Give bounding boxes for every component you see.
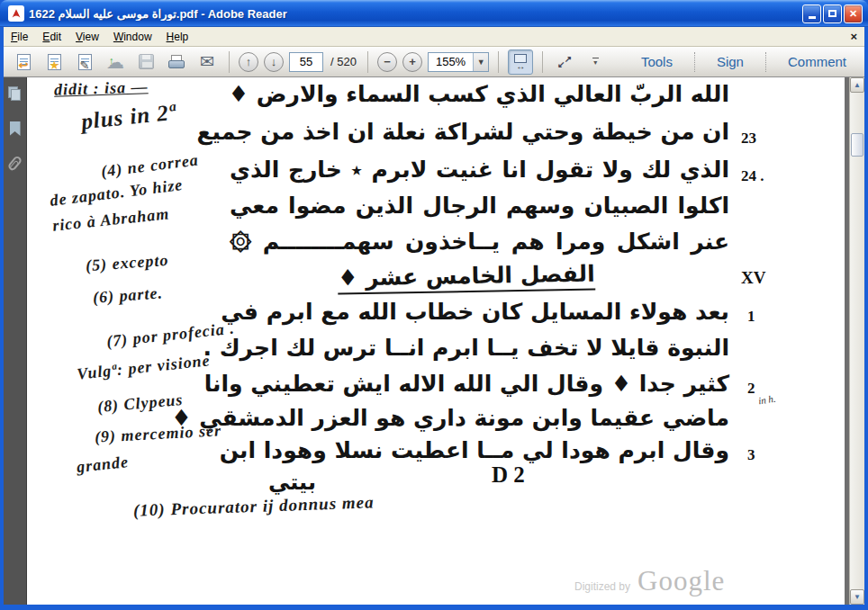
document-icon: ✎ [78,54,92,70]
toolbar-separator [694,52,695,72]
arabic-line: ان من خيطة وحتي لشراكة نعلة ان اخذ من جم… [230,119,729,145]
page-number-input[interactable] [289,52,323,72]
menu-help[interactable]: Help [159,28,196,46]
toolbar-separator [229,51,230,73]
margin-note: (4) ne correa [100,150,200,181]
close-button[interactable]: ✕ [844,4,863,23]
margin-note: rico à Abraham [51,204,170,236]
fit-width-icon: ↔ [514,54,527,70]
open-file-button[interactable]: ↩ [11,49,36,75]
page-count-label: / 520 [329,55,358,68]
comment-button[interactable]: Comment [782,50,852,73]
arabic-line: ماضي عقيما وابن مونة داري هو العزر الدمش… [230,405,729,431]
arabic-line: الذي لك ولا تقول انا غنيت لابرم ٭ خارج ا… [230,157,729,183]
margin-note: (6) parte. [92,283,163,307]
floppy-disk-icon [139,54,154,69]
pen-icon: ✎ [80,59,90,71]
title-bar: 1622 توراة موسى عليه السلام.pdf - Adobe … [0,0,868,27]
envelope-icon: ✉ [200,53,214,70]
margin-note: plus in 2ª [80,100,177,135]
close-document-icon[interactable]: × [850,30,857,43]
arabic-line: النبوة قايلا لا تخف يــا ابرم انــا ترس … [230,335,729,361]
menu-view[interactable]: View [68,28,106,46]
scroll-down-button[interactable]: ▼ [850,589,864,605]
toolbar: ↩ ★ ✎ ☁ ↑ ✉ ↑ ↓ / 520 − + 155% ▼ ↔ [4,47,864,77]
menu-window[interactable]: Window [106,28,159,46]
arabic-line: كثير جدا ♦ وقال الي الله الاله ايش تعطين… [230,371,729,397]
fullscreen-button[interactable]: ↗↙ [552,49,577,75]
scroll-up-icon: ▲ [854,81,861,89]
arabic-line: اكلوا الصبيان وسهم الرجال الذين مضوا معي [230,193,729,219]
scroll-down-icon: ▼ [854,593,861,601]
google-logo: Google [637,565,725,597]
document-icon: ★ [48,54,61,70]
down-arrow-icon: ↓ [271,55,277,68]
minimize-button[interactable] [802,4,821,23]
toolbar-overflow-button[interactable]: ▾ [583,49,608,75]
catchword: بيتي [268,470,316,495]
verse-number: 3 [747,446,755,464]
sign-button[interactable]: Sign [711,50,749,73]
minus-icon: − [384,55,391,68]
open-arrow-icon: ↩ [19,59,29,71]
chapter-number: XV [741,268,765,288]
star-icon: ★ [50,59,60,71]
margin-note: grande [76,453,130,477]
maximize-icon [828,10,836,17]
menu-edit[interactable]: Edit [35,28,68,46]
print-button[interactable] [164,49,189,75]
margin-note: (10) Procurator ij donnus mea [133,492,375,520]
margin-note: (9) mercemio ser [95,421,222,446]
scrollbar-thumb[interactable] [851,133,863,157]
chevron-down-icon: ▼ [477,58,485,67]
navigation-pane [4,77,27,605]
sign-document-button[interactable]: ✎ [72,49,97,75]
margin-scribble: in h. [757,393,776,407]
zoom-in-button[interactable]: + [402,52,422,72]
close-icon: ✕ [849,8,857,20]
signature-mark: D 2 [492,462,525,488]
verse-number: 24 . [741,167,764,185]
arabic-line: عنر اشكل ومرا هم يــاخذون سهمــــــــم ۞ [230,229,729,256]
window-title: 1622 توراة موسى عليه السلام.pdf - Adobe … [29,7,802,21]
vertical-scrollbar[interactable]: ▲ ▼ [849,77,864,605]
chapter-heading: الفصل الخامس عشر ♦ [338,261,595,295]
attachments-icon[interactable] [7,155,23,172]
margin-note: (5) excepto [85,251,169,275]
scroll-up-button[interactable]: ▲ [850,77,864,93]
upload-arrow-icon: ↑ [109,55,114,66]
arabic-line: وقال ابرم هودا لي مــا اعطيت نسلا وهودا … [230,437,729,463]
zoom-level-select[interactable]: 155% ▼ [428,52,489,72]
page-thumbnails-icon[interactable] [8,86,22,102]
margin-note: didit : isa — [54,77,149,100]
cloud-upload-button[interactable]: ☁ ↑ [103,49,128,75]
toolbar-separator [367,51,368,73]
zoom-out-button[interactable]: − [377,52,397,72]
toolbar-separator [765,52,766,72]
zoom-level-value: 155% [429,55,473,68]
document-icon: ↩ [17,54,31,70]
document-viewport: الله الربّ العالي الذي كسب السماء والارض… [27,77,849,605]
save-button[interactable] [133,49,158,75]
email-button[interactable]: ✉ [194,49,220,75]
watermark-prefix: Digitized by [574,580,630,593]
bookmarks-icon[interactable] [10,121,21,136]
up-arrow-icon: ↑ [246,55,252,68]
next-page-button[interactable]: ↓ [264,52,284,72]
verse-number: 23 [741,130,756,148]
toolbar-separator [498,51,499,73]
create-pdf-button[interactable]: ★ [41,49,67,75]
toolbar-separator [542,51,543,73]
tools-button[interactable]: Tools [636,50,678,73]
arabic-line: بعد هولاء المسايل كان خطاب الله مع ابرم … [230,299,729,325]
maximize-button[interactable] [823,4,842,23]
minimize-icon [809,16,816,19]
fullscreen-icon: ↗↙ [557,55,572,69]
adobe-reader-icon [8,5,24,22]
previous-page-button[interactable]: ↑ [239,52,258,72]
zoom-dropdown-button[interactable]: ▼ [473,53,488,71]
main-area: الله الربّ العالي الذي كسب السماء والارض… [4,77,864,605]
menu-file[interactable]: File [4,28,35,46]
watermark: Digitized by Google [574,565,725,597]
scroll-mode-button[interactable]: ↔ [508,49,533,75]
